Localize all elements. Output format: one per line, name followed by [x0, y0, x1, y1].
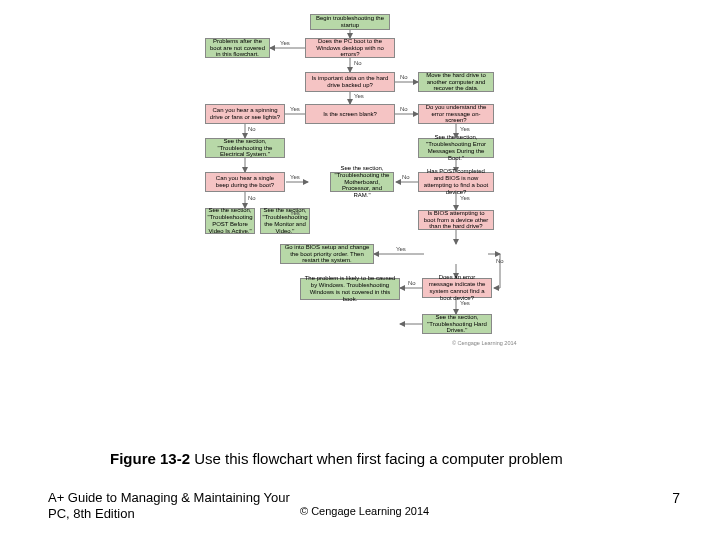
node-screen-blank: Is the screen blank?: [305, 104, 395, 124]
label-yes: Yes: [460, 126, 470, 132]
label-no: No: [402, 174, 410, 180]
node-not-covered: Problems after the boot are not covered …: [205, 38, 270, 58]
figure-number: Figure 13-2: [110, 450, 190, 467]
node-post-before-video: See the section, "Troubleshooting POST B…: [205, 208, 255, 234]
figure-caption: Figure 13-2 Use this flowchart when firs…: [110, 450, 563, 467]
node-monitor-video: See the section, "Troubleshooting the Mo…: [260, 208, 310, 234]
node-hard-drives: See the section, "Troubleshooting Hard D…: [422, 314, 492, 334]
label-yes: Yes: [354, 93, 364, 99]
label-yes: Yes: [280, 40, 290, 46]
label-no: No: [400, 74, 408, 80]
label-no: No: [496, 258, 504, 264]
label-yes: Yes: [460, 300, 470, 306]
node-bios-other-device: Is BIOS attempting to boot from a device…: [418, 210, 494, 230]
label-yes: Yes: [290, 106, 300, 112]
flow-credit: © Cengage Learning 2014: [452, 340, 517, 346]
node-cant-find-boot: Does an error message indicate the syste…: [422, 278, 492, 298]
label-yes: Yes: [290, 174, 300, 180]
node-data-backed: Is important data on the hard drive back…: [305, 72, 395, 92]
copyright: © Cengage Learning 2014: [300, 505, 429, 517]
label-yes: Yes: [290, 210, 300, 216]
book-title: A+ Guide to Managing & Maintaining Your …: [48, 490, 290, 523]
node-recover-data: Move the hard drive to another computer …: [418, 72, 494, 92]
node-spinning-drive: Can you hear a spinning drive or fans or…: [205, 104, 285, 124]
label-yes: Yes: [396, 246, 406, 252]
node-understand-error: Do you understand the error message on-s…: [418, 104, 494, 124]
troubleshooting-flowchart: Begin troubleshooting the startup Does t…: [200, 10, 520, 440]
label-no: No: [400, 106, 408, 112]
label-no: No: [408, 280, 416, 286]
figure-text: Use this flowchart when first facing a c…: [190, 450, 563, 467]
node-windows-problem: The problem is likely to be caused by Wi…: [300, 278, 400, 300]
node-error-messages: See the section, "Troubleshooting Error …: [418, 138, 494, 158]
node-start: Begin troubleshooting the startup: [310, 14, 390, 30]
book-title-line1: A+ Guide to Managing & Maintaining Your: [48, 490, 290, 505]
label-no: No: [248, 195, 256, 201]
node-electrical: See the section, "Troubleshooting the El…: [205, 138, 285, 158]
page-number: 7: [672, 490, 680, 506]
label-yes: Yes: [460, 195, 470, 201]
node-post-complete: Has POST completed and BIOS is now attem…: [418, 172, 494, 192]
label-no: No: [354, 60, 362, 66]
node-boot-desktop: Does the PC boot to the Windows desktop …: [305, 38, 395, 58]
node-mb-cpu-ram: See the section, "Troubleshooting the Mo…: [330, 172, 394, 192]
label-no: No: [248, 126, 256, 132]
book-title-line2: PC, 8th Edition: [48, 506, 135, 521]
node-single-beep: Can you hear a single beep during the bo…: [205, 172, 285, 192]
node-bios-priority: Go into BIOS setup and change the boot p…: [280, 244, 374, 264]
